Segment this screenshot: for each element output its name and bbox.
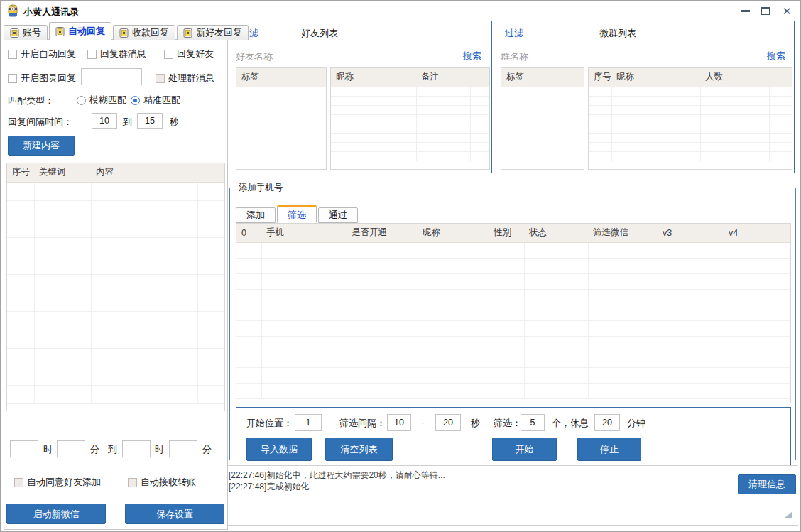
tab-new-friend-reply[interactable]: 新好友回复: [177, 25, 249, 40]
stop-button[interactable]: 停止: [577, 438, 641, 461]
table-cell: [197, 256, 225, 274]
filter-count-input[interactable]: [521, 414, 545, 431]
table-cell: [700, 142, 769, 151]
table-cell: [658, 336, 724, 352]
maximize-button[interactable]: [756, 3, 775, 18]
table-cell: [7, 367, 34, 385]
resize-grip-icon[interactable]: [785, 511, 792, 518]
phone-table[interactable]: 0 手机 是否开通 昵称 性别 状态 筛选微信 v3 v4: [236, 223, 791, 403]
group-search-input[interactable]: [501, 48, 685, 64]
checkbox-enable-auto-reply[interactable]: 开启自动回复: [8, 48, 76, 60]
column-header: 标签: [236, 68, 326, 87]
start-button[interactable]: 开始: [492, 438, 557, 461]
friend-tag-table[interactable]: 标签: [236, 67, 327, 170]
friend-search-link[interactable]: 搜索: [463, 50, 481, 63]
table-cell: [347, 367, 418, 383]
radio-fuzzy-match[interactable]: 模糊匹配: [77, 94, 126, 107]
start-new-wechat-button[interactable]: 启动新微信: [6, 504, 106, 524]
table-cell: [724, 273, 791, 289]
close-button[interactable]: ✕: [778, 3, 796, 18]
column-header: 昵称: [611, 68, 700, 87]
table-cell: [524, 352, 588, 367]
table-cell: [700, 96, 769, 105]
table-cell: [700, 151, 769, 161]
table-cell: [34, 311, 91, 330]
reply-interval-from-input[interactable]: [92, 113, 117, 129]
radio-label: 模糊匹配: [89, 94, 126, 107]
match-type-label: 匹配类型：: [8, 94, 54, 107]
table-cell: [470, 142, 489, 151]
keyword-table[interactable]: 序号 关键词 内容: [6, 163, 225, 411]
clear-info-button[interactable]: 清理信息: [738, 474, 796, 494]
minimize-button[interactable]: [736, 3, 755, 18]
table-cell: [236, 242, 261, 258]
checkbox-reply-friend[interactable]: 回复好友: [164, 48, 214, 60]
sleep-to-hour-input[interactable]: [122, 440, 151, 457]
checkbox-label: 自动同意好友添加: [27, 476, 101, 489]
table-cell: [416, 142, 470, 151]
table-cell: [524, 367, 588, 383]
group-table[interactable]: 序号 昵称 人数: [588, 67, 792, 170]
table-cell: [700, 114, 769, 124]
table-row: [331, 151, 489, 161]
friend-search-input[interactable]: [236, 48, 406, 64]
turing-key-input[interactable]: [81, 68, 142, 85]
sleep-from-hour-input[interactable]: [10, 440, 38, 457]
table-cell: [611, 114, 700, 124]
rest-input[interactable]: [594, 414, 620, 431]
checkbox-icon: [128, 478, 137, 487]
table-row: [589, 105, 792, 114]
subtab-add[interactable]: 添加: [236, 207, 276, 223]
column-header: 人数: [700, 68, 769, 87]
group-search-link[interactable]: 搜索: [767, 50, 785, 63]
table-row: [589, 124, 792, 133]
group-tag-table[interactable]: 标签: [501, 67, 584, 170]
checkbox-reply-group-msg[interactable]: 回复群消息: [87, 48, 146, 60]
table-row: [236, 305, 791, 320]
column-header: 0: [236, 224, 261, 242]
checkbox-handle-group-msg[interactable]: 处理群消息: [156, 72, 214, 85]
save-settings-button[interactable]: 保存设置: [125, 504, 224, 524]
sleep-from-minute-input[interactable]: [57, 440, 85, 457]
checkbox-enable-turing-reply[interactable]: 开启图灵回复: [8, 72, 76, 85]
tab-payment-reply[interactable]: 收款回复: [113, 25, 175, 40]
table-cell: [524, 320, 588, 336]
reply-interval-to-input[interactable]: [137, 113, 163, 129]
table-cell: [418, 305, 489, 320]
table-cell: [91, 367, 197, 385]
start-pos-input[interactable]: [295, 414, 322, 431]
table-cell: [418, 336, 489, 352]
tab-auto-reply[interactable]: 自动回复: [49, 22, 111, 40]
checkbox-auto-accept-friend[interactable]: 自动同意好友添加: [14, 476, 101, 489]
clear-list-button[interactable]: 清空列表: [325, 438, 393, 461]
filter-interval-from-input[interactable]: [387, 414, 411, 431]
column-header: v4: [724, 224, 791, 242]
sleep-to-minute-input[interactable]: [169, 440, 197, 457]
subtab-pass[interactable]: 通过: [318, 207, 358, 223]
import-data-button[interactable]: 导入数据: [246, 438, 312, 461]
checkbox-auto-receive-transfer[interactable]: 自动接收转账: [128, 476, 196, 489]
checkbox-label: 开启自动回复: [21, 48, 76, 60]
checkbox-label: 回复群消息: [100, 48, 146, 60]
table-row: [236, 320, 791, 336]
minimize-icon: [741, 10, 750, 12]
table-cell: [347, 320, 418, 336]
group-filter-link[interactable]: 过滤: [505, 27, 523, 40]
log-panel[interactable]: [22:27:46]初始化中，此过程大约需要20秒，请耐心等待... [22:2…: [224, 465, 798, 526]
table-cell: [658, 320, 724, 336]
tab-account[interactable]: 账号: [4, 25, 48, 40]
table-cell: [524, 242, 588, 258]
table-cell: [589, 87, 611, 96]
table-cell: [236, 289, 261, 305]
subtab-filter[interactable]: 筛选: [277, 205, 317, 223]
new-content-button[interactable]: 新建内容: [8, 136, 75, 156]
table-cell: [489, 320, 524, 336]
table-cell: [470, 105, 489, 114]
friend-table[interactable]: 昵称 备注: [330, 67, 490, 170]
table-cell: [347, 258, 418, 273]
app-window: 小黄人通讯录 ✕ 账号 自动回复 收款回复 新好友回复 开启自动回复 回复群消息…: [0, 0, 801, 532]
titlebar[interactable]: 小黄人通讯录 ✕: [1, 1, 800, 21]
radio-exact-match[interactable]: 精准匹配: [131, 94, 180, 107]
filter-interval-to-input[interactable]: [435, 414, 461, 431]
table-row: [331, 114, 489, 124]
